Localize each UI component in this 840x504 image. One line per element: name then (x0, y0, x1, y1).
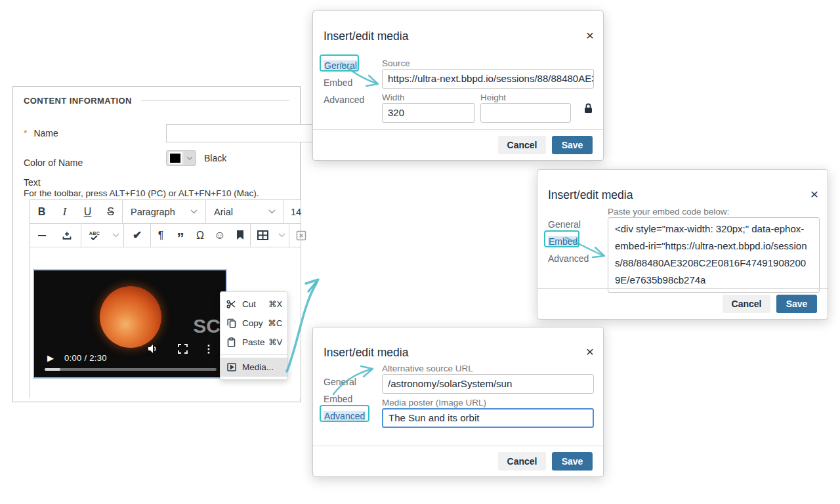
name-row: * Name (24, 128, 300, 138)
copy-icon (226, 318, 237, 328)
play-button[interactable]: ▶ (47, 353, 54, 363)
panel-title: CONTENT INFORMATION (24, 96, 132, 106)
table-button[interactable] (251, 224, 274, 247)
paragraph-format-select[interactable]: Paragraph (123, 200, 205, 223)
accessibility-checker-button[interactable]: ✔ (124, 224, 150, 247)
bold-button[interactable]: B (30, 200, 53, 223)
source-label: Source (382, 58, 410, 68)
tab-embed[interactable]: Embed (324, 390, 366, 408)
chevron-down-icon[interactable] (184, 151, 196, 165)
dialog-footer-divider (313, 446, 603, 446)
insert-edit-media-dialog-advanced: Insert/edit media × General Embed Advanc… (312, 327, 604, 477)
dialog-footer-divider (313, 129, 603, 130)
video-time: 0:00 / 2:30 (64, 353, 107, 363)
save-button[interactable]: Save (776, 295, 817, 313)
italic-button[interactable]: I (53, 200, 76, 223)
show-paragraph-marks-button[interactable]: ¶ (151, 224, 171, 247)
spellcheck-dropdown[interactable] (108, 224, 123, 247)
table-dropdown[interactable] (274, 224, 289, 247)
color-of-name-label: Color of Name (24, 158, 83, 168)
font-family-select[interactable]: Arial (206, 200, 284, 223)
black-color-swatch (169, 152, 182, 164)
media-poster-input[interactable]: The Sun and its orbit (382, 408, 594, 428)
height-label: Height (480, 93, 506, 102)
tab-general[interactable]: General (324, 57, 364, 74)
dialog-footer-divider (537, 288, 828, 289)
color-swatch-picker[interactable] (166, 150, 196, 166)
tab-advanced[interactable]: Advanced (548, 250, 589, 267)
name-label: Name (33, 128, 58, 138)
tab-general[interactable]: General (548, 216, 589, 233)
close-icon[interactable]: × (586, 28, 594, 42)
cancel-button[interactable]: Cancel (723, 295, 770, 313)
text-label: Text (24, 177, 41, 188)
context-menu: Cut ⌘X Copy ⌘C Paste ⌘V Med (220, 291, 288, 380)
alt-source-input[interactable]: /astronomy/solarSystem/sun (382, 374, 594, 394)
color-value-label: Black (204, 153, 226, 163)
dialog-tabs: General Embed Advanced (324, 373, 366, 425)
clipboard-icon (226, 337, 237, 347)
special-character-button[interactable]: Ω (190, 224, 210, 247)
tab-advanced[interactable]: Advanced (324, 408, 366, 425)
sun-video-frame (100, 286, 161, 348)
tab-embed[interactable]: Embed (324, 74, 364, 91)
header-rule (141, 100, 289, 101)
screenshot-stage: CONTENT INFORMATION * Name Color of Name… (0, 0, 840, 504)
video-player[interactable]: SC ▶ 0:00 / 2:30 ⋮ (33, 269, 227, 379)
alt-source-label: Alternative source URL (382, 364, 473, 373)
context-menu-item-copy[interactable]: Copy ⌘C (220, 314, 287, 333)
video-menu-icon[interactable]: ⋮ (203, 343, 214, 355)
emoticons-button[interactable]: ☺ (210, 224, 230, 247)
blockquote-button[interactable]: ” (171, 224, 190, 247)
lock-icon[interactable] (584, 103, 593, 116)
underline-button[interactable]: U (76, 200, 99, 223)
embed-code-label: Paste your embed code below: (608, 207, 729, 217)
save-button[interactable]: Save (552, 136, 593, 154)
volume-icon[interactable] (148, 344, 159, 354)
context-menu-separator (220, 354, 287, 355)
name-input[interactable] (166, 124, 312, 142)
width-label: Width (382, 93, 405, 102)
context-menu-item-media[interactable]: Media... (220, 358, 287, 377)
toolbar-row-1: B I U S Paragraph Arial 14 (30, 200, 301, 224)
close-icon[interactable]: × (586, 345, 594, 358)
tab-general[interactable]: General (324, 373, 366, 390)
video-watermark: SC (193, 315, 220, 337)
horizontal-rule-button[interactable] (30, 224, 53, 247)
strikethrough-button[interactable]: S (99, 200, 122, 223)
dialog-title: Insert/edit media (548, 188, 633, 202)
media-poster-label: Media poster (Image URL) (382, 398, 486, 408)
tab-advanced[interactable]: Advanced (324, 91, 364, 108)
insert-edit-media-dialog-embed: Insert/edit media × General Embed Advanc… (537, 169, 828, 320)
source-input[interactable]: https://ultra-next.bbpd.io/sessions/88/8… (382, 69, 594, 89)
font-size-select[interactable]: 14 (284, 200, 303, 223)
panel-header: CONTENT INFORMATION (24, 96, 289, 106)
toolbar-hint: For the toolbar, press ALT+F10 (PC) or A… (24, 188, 259, 198)
spellcheck-button[interactable]: ABC (81, 224, 108, 247)
delete-cell-button-disabled (289, 224, 313, 247)
fullscreen-icon[interactable] (178, 344, 188, 354)
color-row: Color of Name Black (24, 158, 300, 168)
context-menu-item-cut[interactable]: Cut ⌘X (220, 295, 287, 314)
video-controls: ▶ 0:00 / 2:30 (34, 353, 226, 363)
dialog-title: Insert/edit media (324, 30, 408, 43)
bookmark-button[interactable] (230, 224, 250, 247)
embed-code-textarea[interactable]: <div style="max-width: 320px;" data-epho… (608, 217, 820, 293)
dialog-title: Insert/edit media (324, 346, 408, 360)
video-progress-bar[interactable] (45, 368, 217, 371)
media-icon (226, 363, 237, 371)
close-icon[interactable]: × (810, 187, 818, 201)
dialog-tabs: General Embed Advanced (548, 216, 589, 267)
video-progress-played (45, 368, 60, 371)
cancel-button[interactable]: Cancel (498, 136, 546, 154)
cancel-button[interactable]: Cancel (498, 452, 546, 471)
insert-content-button[interactable] (53, 224, 81, 247)
context-menu-item-paste[interactable]: Paste ⌘V (220, 333, 287, 352)
dialog-tabs: General Embed Advanced (324, 57, 364, 108)
required-marker: * (24, 128, 27, 138)
height-input[interactable] (480, 103, 571, 123)
save-button[interactable]: Save (552, 452, 593, 471)
tab-embed[interactable]: Embed (548, 233, 589, 250)
toolbar-row-2: ABC ✔ ¶ ” Ω ☺ (30, 224, 301, 247)
width-input[interactable]: 320 (382, 103, 475, 123)
